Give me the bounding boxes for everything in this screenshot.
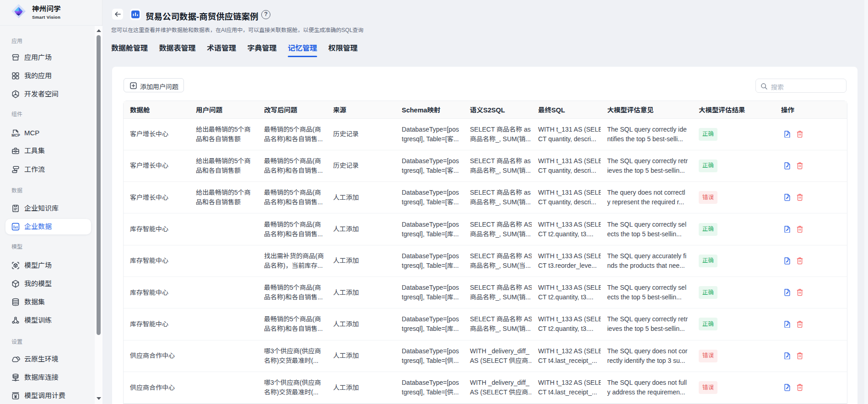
svg-text:MCP: MCP xyxy=(11,133,20,138)
